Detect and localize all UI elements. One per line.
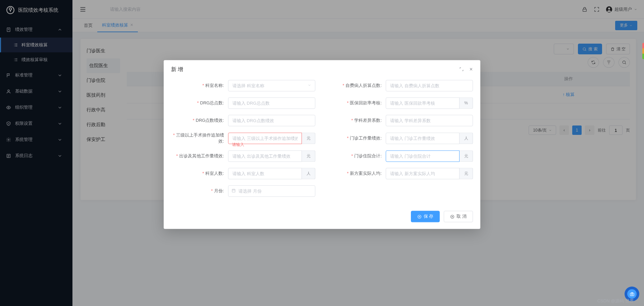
form-item-lvl3: *三级以上手术操作追加绩效:元请输入 [171, 132, 315, 144]
modal-title: 新 增 [171, 66, 183, 73]
form-item-subj_coef: *学科差异系数: [329, 115, 473, 126]
svg-point-16 [631, 293, 633, 295]
input-addon: 元 [302, 150, 315, 162]
form-label: *DRG点数绩效: [171, 117, 228, 123]
camera-icon [630, 292, 635, 297]
color-strip [642, 43, 644, 59]
form-item-avg_new: *新方案实际人均:元 [329, 168, 473, 179]
input-clinic_sum[interactable] [386, 150, 460, 162]
form-label: *出诊及其他工作量绩效: [171, 153, 228, 159]
chevron-down-icon [308, 83, 311, 88]
input-avg_new[interactable] [386, 168, 460, 179]
form-item-self: *自费病人折算点数: [329, 80, 473, 91]
error-message: 请输入 [232, 142, 244, 148]
form-item-drg_perf: *DRG点数绩效: [171, 115, 315, 126]
input-dept[interactable] [228, 80, 315, 91]
form-label: *自费病人折算点数: [329, 83, 386, 89]
form-label: *门诊住院合计: [329, 153, 386, 159]
modal-fullscreen-icon[interactable] [459, 67, 464, 72]
input-addon: 人 [302, 168, 315, 179]
input-clinic_work[interactable] [386, 133, 460, 144]
form-label: *新方案实际人均: [329, 170, 386, 176]
close-circle-icon [450, 214, 454, 219]
form-item-dept: *科室名称: [171, 80, 315, 91]
calendar-icon [231, 188, 236, 194]
form-item-med_refund: *医保回款率考核:% [329, 97, 473, 109]
modal-close-icon[interactable]: ✕ [469, 67, 473, 72]
form-label: *医保回款率考核: [329, 100, 386, 106]
input-addon: 人 [460, 133, 473, 144]
watermark: CSDN @源码 世界 [597, 298, 634, 304]
input-addon: 元 [460, 150, 473, 162]
form-item-dept_ppl: *科室人数:人 [171, 168, 315, 179]
add-modal: 新 增 ✕ *科室名称:*自费病人折算点数:*DRG总点数:*医保回款率考核:%… [164, 60, 480, 229]
input-addon: % [460, 97, 473, 109]
input-drg_perf[interactable] [228, 115, 315, 126]
form-label: *门诊工作量绩效: [329, 135, 386, 141]
form-label: *三级以上手术操作追加绩效: [171, 132, 228, 144]
input-other_work[interactable] [228, 150, 302, 162]
input-addon: 元 [302, 133, 315, 144]
form-label: *科室人数: [171, 170, 228, 176]
cancel-button[interactable]: 取 消 [444, 211, 473, 222]
input-month[interactable] [228, 185, 315, 197]
form-item-clinic_sum: *门诊住院合计:元 [329, 150, 473, 162]
form-item-month: *月份: [171, 185, 315, 197]
form-item-other_work: *出诊及其他工作量绩效:元 [171, 150, 315, 162]
input-self[interactable] [386, 80, 473, 91]
input-addon: 元 [460, 168, 473, 179]
save-button[interactable]: 保 存 [411, 211, 440, 222]
input-dept_ppl[interactable] [228, 168, 302, 179]
form-label: *科室名称: [171, 83, 228, 89]
plus-circle-icon [417, 214, 422, 219]
form-label: *月份: [171, 188, 228, 194]
form-label: *DRG总点数: [171, 100, 228, 106]
input-subj_coef[interactable] [386, 115, 473, 126]
svg-rect-12 [232, 189, 235, 192]
input-med_refund[interactable] [386, 97, 460, 109]
form-item-clinic_work: *门诊工作量绩效:人 [329, 132, 473, 144]
form-item-drg_total: *DRG总点数: [171, 97, 315, 109]
form-label: *学科差异系数: [329, 117, 386, 123]
input-drg_total[interactable] [228, 97, 315, 109]
